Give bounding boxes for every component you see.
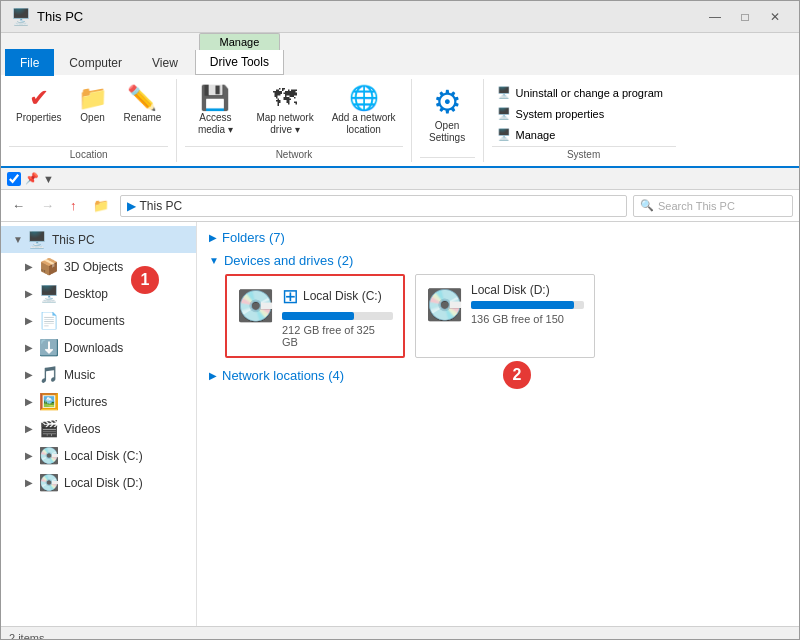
map-network-drive-button[interactable]: 🗺 Map networkdrive ▾ <box>249 83 320 139</box>
item-icon: 🖥️ <box>39 284 59 303</box>
maximize-button[interactable]: □ <box>731 6 759 28</box>
open-label: Open <box>80 112 104 124</box>
main-content: ▼🖥️This PC▶📦3D Objects▶🖥️Desktop▶📄Docume… <box>1 222 799 626</box>
uninstall-icon: 🖥️ <box>497 86 511 99</box>
drive-d-progress-bg <box>471 301 584 309</box>
tab-file[interactable]: File <box>5 49 54 76</box>
tab-view[interactable]: View <box>137 49 193 76</box>
sidebar-item-local-disk-(d:)[interactable]: ▶💽Local Disk (D:) <box>1 469 196 496</box>
drive-d-inner: 💽 Local Disk (D:) 136 GB free of 150 <box>426 283 584 325</box>
drives-arrow: ▼ <box>209 255 219 266</box>
drive-d-name: Local Disk (D:) <box>471 283 584 297</box>
drive-c-icon: 💽 <box>237 288 274 323</box>
system-group-label: System <box>492 146 676 160</box>
item-label: This PC <box>52 233 95 247</box>
drive-c-inner: 💽 ⊞ Local Disk (C:) 212 GB free of 325 G… <box>237 284 393 348</box>
expand-arrow-icon: ▶ <box>25 261 37 272</box>
address-path[interactable]: ▶ This PC <box>120 195 628 217</box>
ribbon-group-location: ✔ Properties 📁 Open ✏️ Rename Location <box>1 79 177 162</box>
manage-group: Manage Drive Tools <box>195 33 284 75</box>
title-bar: 🖥️ This PC — □ ✕ <box>1 1 799 33</box>
sidebar-item-downloads[interactable]: ▶⬇️Downloads <box>1 334 196 361</box>
network-section-header[interactable]: ▶ Network locations (4) <box>209 368 787 383</box>
status-bar: 2 items <box>1 626 799 640</box>
uninstall-label: Uninstall or change a program <box>516 87 663 99</box>
drive-c-progress-bg <box>282 312 393 320</box>
expand-arrow-icon: ▶ <box>25 369 37 380</box>
sidebar-item-documents[interactable]: ▶📄Documents <box>1 307 196 334</box>
properties-label: Properties <box>16 112 62 124</box>
folders-section-header[interactable]: ▶ Folders (7) <box>209 230 787 245</box>
quick-access-bar: 📌 ▼ <box>1 168 799 190</box>
expand-arrow-icon: ▶ <box>25 477 37 488</box>
up-button[interactable]: ↑ <box>65 195 82 216</box>
item-icon: 📄 <box>39 311 59 330</box>
title-bar-title: This PC <box>37 9 83 24</box>
sidebar-item-desktop[interactable]: ▶🖥️Desktop <box>1 280 196 307</box>
quick-access-pin: 📌 <box>25 172 39 185</box>
manage-label: Manage <box>199 33 281 50</box>
access-media-button[interactable]: 💾 Accessmedia ▾ <box>185 83 245 139</box>
forward-button[interactable]: → <box>36 195 59 216</box>
drive-c-label: Local Disk (C:) <box>303 289 382 303</box>
tab-drive-tools[interactable]: Drive Tools <box>195 50 284 75</box>
ribbon-group-network: 💾 Accessmedia ▾ 🗺 Map networkdrive ▾ 🌐 A… <box>177 79 411 162</box>
item-icon: 💽 <box>39 473 59 492</box>
item-icon: 🎬 <box>39 419 59 438</box>
quick-access-checkbox[interactable] <box>7 172 21 186</box>
properties-button[interactable]: ✔ Properties <box>9 83 69 127</box>
drive-d-icon: 💽 <box>426 287 463 322</box>
back-button[interactable]: ← <box>7 195 30 216</box>
item-label: Videos <box>64 422 100 436</box>
uninstall-button[interactable]: 🖥️ Uninstall or change a program <box>492 83 676 102</box>
sidebar-item-videos[interactable]: ▶🎬Videos <box>1 415 196 442</box>
add-network-location-button[interactable]: 🌐 Add a networklocation <box>325 83 403 139</box>
windows-icon: ⊞ <box>282 284 299 308</box>
map-drive-icon: 🗺 <box>273 86 297 110</box>
item-label: Documents <box>64 314 125 328</box>
sidebar: ▼🖥️This PC▶📦3D Objects▶🖥️Desktop▶📄Docume… <box>1 222 197 626</box>
ribbon-group-settings: ⚙ OpenSettings <box>412 79 484 162</box>
rename-button[interactable]: ✏️ Rename <box>117 83 169 127</box>
drive-card-c[interactable]: 💽 ⊞ Local Disk (C:) 212 GB free of 325 G… <box>225 274 405 358</box>
system-props-icon: 🖥️ <box>497 107 511 120</box>
folders-arrow: ▶ <box>209 232 217 243</box>
minimize-button[interactable]: — <box>701 6 729 28</box>
settings-icon: ⚙ <box>433 86 462 118</box>
item-label: Desktop <box>64 287 108 301</box>
sidebar-item-local-disk-(c:)[interactable]: ▶💽Local Disk (C:) <box>1 442 196 469</box>
item-icon: 🖼️ <box>39 392 59 411</box>
drive-card-d[interactable]: 💽 Local Disk (D:) 136 GB free of 150 <box>415 274 595 358</box>
drives-title: Devices and drives (2) <box>224 253 353 268</box>
expand-arrow-icon: ▶ <box>25 288 37 299</box>
drives-section-header[interactable]: ▼ Devices and drives (2) <box>209 253 787 268</box>
network-location-icon: 🌐 <box>349 86 379 110</box>
location-buttons: ✔ Properties 📁 Open ✏️ Rename <box>9 83 168 144</box>
tab-computer[interactable]: Computer <box>54 49 137 76</box>
expand-arrow-icon: ▶ <box>25 450 37 461</box>
drive-c-free: 212 GB free of 325 GB <box>282 324 393 348</box>
close-button[interactable]: ✕ <box>761 6 789 28</box>
sidebar-item-music[interactable]: ▶🎵Music <box>1 361 196 388</box>
item-label: Music <box>64 368 95 382</box>
sidebar-item-pictures[interactable]: ▶🖼️Pictures <box>1 388 196 415</box>
sidebar-item-this-pc[interactable]: ▼🖥️This PC <box>1 226 196 253</box>
search-box[interactable]: 🔍 Search This PC <box>633 195 793 217</box>
item-icon: ⬇️ <box>39 338 59 357</box>
map-drive-label: Map networkdrive ▾ <box>256 112 313 136</box>
open-button[interactable]: 📁 Open <box>71 83 115 127</box>
open-settings-button[interactable]: ⚙ OpenSettings <box>420 83 475 147</box>
item-icon: 💽 <box>39 446 59 465</box>
system-properties-label: System properties <box>516 108 605 120</box>
item-count: 2 items <box>9 632 44 641</box>
sidebar-item-3d-objects[interactable]: ▶📦3D Objects <box>1 253 196 280</box>
address-separator: ▶ <box>127 199 136 213</box>
drive-d-free: 136 GB free of 150 <box>471 313 584 325</box>
drive-c-info: ⊞ Local Disk (C:) 212 GB free of 325 GB <box>282 284 393 348</box>
manage-button[interactable]: 🖥️ Manage <box>492 125 676 144</box>
system-properties-button[interactable]: 🖥️ System properties <box>492 104 676 123</box>
ribbon-tab-row: File Computer View Manage Drive Tools <box>1 33 799 75</box>
drive-c-progress-fill <box>282 312 354 320</box>
location-button[interactable]: 📁 <box>88 195 114 216</box>
item-label: Local Disk (D:) <box>64 476 143 490</box>
